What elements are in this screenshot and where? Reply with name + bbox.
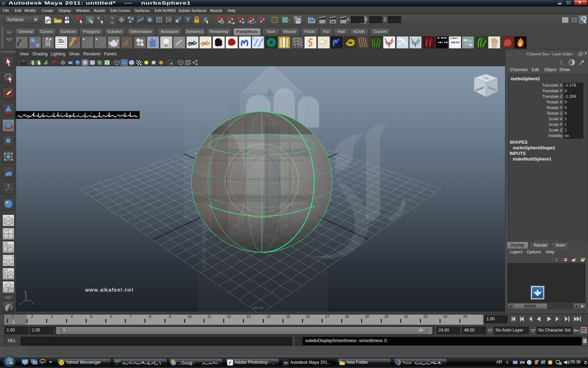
svg-text:11: 11 xyxy=(208,314,211,319)
svg-text:13: 13 xyxy=(246,314,251,319)
svg-text:IPR: IPR xyxy=(331,21,335,23)
svg-text:12: 12 xyxy=(227,314,231,319)
svg-text:17: 17 xyxy=(325,314,329,319)
svg-text:14: 14 xyxy=(266,314,271,319)
svg-text:22: 22 xyxy=(424,314,428,319)
svg-text:7: 7 xyxy=(130,314,132,319)
svg-text:6: 6 xyxy=(110,314,112,319)
svg-text:15: 15 xyxy=(286,314,290,319)
svg-text:M: M xyxy=(284,361,288,365)
svg-text:24: 24 xyxy=(463,314,467,319)
svg-text:T: T xyxy=(106,61,108,65)
svg-text:...Googl -: ...Googl - xyxy=(178,361,195,366)
svg-text:18: 18 xyxy=(345,314,349,319)
svg-text:1: 1 xyxy=(12,314,14,319)
svg-text:www.alkafeel.net: www.alkafeel.net xyxy=(85,287,134,293)
svg-text:3: 3 xyxy=(51,314,53,319)
svg-text:M: M xyxy=(2,1,5,5)
svg-text:*===: *=== xyxy=(402,361,412,366)
svg-text:2: 2 xyxy=(31,314,33,319)
svg-text:21: 21 xyxy=(404,314,408,319)
svg-text:23: 23 xyxy=(443,314,447,319)
svg-text:10: 10 xyxy=(188,314,192,319)
svg-text:20: 20 xyxy=(384,314,388,319)
svg-text:?: ? xyxy=(186,17,189,23)
svg-text:y: y xyxy=(24,290,26,294)
svg-text:16: 16 xyxy=(306,314,310,319)
svg-text:persp: persp xyxy=(253,305,263,309)
svg-text:9: 9 xyxy=(169,314,171,319)
svg-text:19: 19 xyxy=(365,314,369,319)
svg-text:1: 1 xyxy=(13,320,15,324)
svg-text:8: 8 xyxy=(149,314,151,319)
svg-text:4: 4 xyxy=(71,314,73,319)
svg-text:z: z xyxy=(20,302,21,306)
svg-text:5: 5 xyxy=(90,314,92,319)
svg-text:x: x xyxy=(32,301,34,305)
